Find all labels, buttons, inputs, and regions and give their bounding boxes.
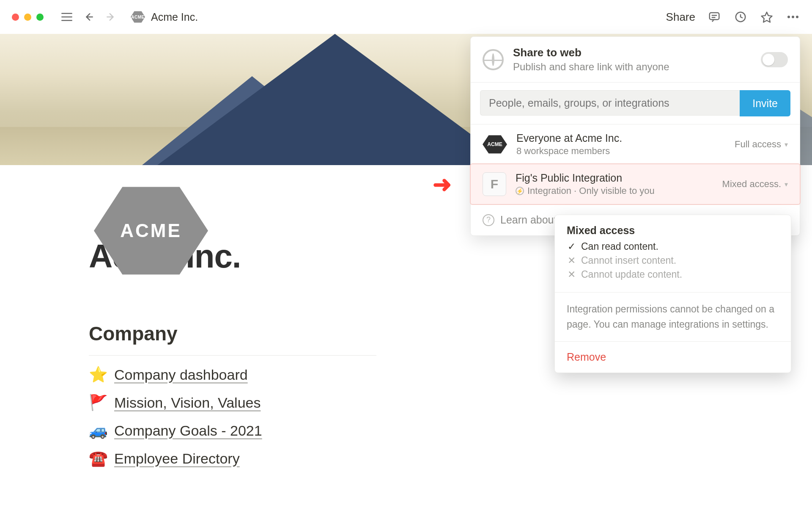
list-item[interactable]: 🚩 Mission, Vision, Values (89, 394, 812, 411)
integration-avatar-icon: F (483, 172, 506, 196)
chevron-down-icon: ▾ (785, 180, 788, 188)
titlebar: ACME Acme Inc. Share (0, 0, 812, 34)
svg-marker-9 (762, 12, 772, 22)
x-icon: ✕ (567, 255, 576, 266)
link-employee-directory[interactable]: Employee Directory (114, 450, 240, 467)
access-dropdown-everyone[interactable]: Full access ▾ (735, 139, 788, 150)
svg-point-10 (787, 16, 790, 18)
link-mission-vision-values[interactable]: Mission, Vision, Values (114, 395, 261, 411)
window-minimize-button[interactable] (24, 14, 31, 21)
globe-icon (483, 49, 504, 70)
share-entity-everyone: ACME Everyone at Acme Inc. 8 workspace m… (471, 124, 800, 164)
history-icon[interactable] (733, 10, 748, 24)
permission-heading: Mixed access (567, 224, 779, 237)
svg-point-11 (792, 16, 794, 18)
help-icon: ? (483, 214, 494, 226)
list-item[interactable]: 🚙 Company Goals - 2021 (89, 422, 812, 439)
entity-subtitle-text: Integration · Only visible to you (527, 185, 655, 196)
check-icon: ✓ (567, 241, 576, 252)
share-entity-integration-highlight: ➜ F Fig's Public Integration ⚡ Integrati… (470, 163, 801, 205)
permission-can-read: ✓ Can read content. (567, 241, 779, 252)
access-label: Full access (735, 139, 781, 150)
permission-note: Integration permissions cannot be change… (567, 302, 779, 332)
car-icon: 🚙 (89, 422, 107, 439)
access-dropdown-integration[interactable]: Mixed access. ▾ (722, 179, 788, 190)
chevron-down-icon: ▾ (785, 141, 788, 149)
share-to-web-row: Share to web Publish and share link with… (471, 37, 800, 82)
workspace-logo-icon: ACME (483, 134, 507, 155)
titlebar-left-controls: ACME Acme Inc. (60, 10, 198, 24)
invite-input[interactable] (480, 90, 740, 116)
permission-cannot-insert: ✕ Cannot insert content. (567, 255, 779, 266)
flag-icon: 🚩 (89, 394, 107, 411)
comments-icon[interactable] (707, 10, 721, 24)
section-divider (89, 355, 376, 356)
star-icon: ⭐ (89, 366, 107, 384)
share-to-web-subtitle: Publish and share link with anyone (513, 61, 752, 73)
more-menu-icon[interactable] (786, 10, 800, 24)
titlebar-right-controls: Share (666, 10, 800, 24)
share-to-web-toggle[interactable] (761, 52, 788, 67)
window-traffic-lights (12, 14, 44, 21)
permission-popover: Mixed access ✓ Can read content. ✕ Canno… (554, 215, 791, 373)
svg-rect-5 (710, 13, 719, 19)
window-close-button[interactable] (12, 14, 19, 21)
link-company-dashboard[interactable]: Company dashboard (114, 367, 248, 383)
page-mini-logo-icon: ACME (131, 11, 145, 23)
invite-row: Invite (471, 83, 800, 124)
x-icon: ✕ (567, 269, 576, 280)
invite-button[interactable]: Invite (740, 90, 790, 116)
callout-arrow-icon: ➜ (433, 171, 452, 198)
entity-subtitle: ⚡ Integration · Only visible to you (516, 185, 713, 196)
permission-text: Cannot insert content. (581, 255, 676, 266)
share-button[interactable]: Share (666, 11, 695, 24)
share-panel: Share to web Publish and share link with… (470, 36, 800, 236)
list-item[interactable]: ☎️ Employee Directory (89, 450, 812, 467)
link-company-goals[interactable]: Company Goals - 2021 (114, 422, 262, 439)
remove-integration-button[interactable]: Remove (567, 351, 779, 363)
breadcrumb-label: Acme Inc. (151, 11, 198, 23)
entity-title: Fig's Public Integration (516, 172, 713, 184)
window-zoom-button[interactable] (36, 14, 44, 21)
favorite-star-icon[interactable] (760, 10, 774, 24)
bolt-icon: ⚡ (516, 187, 524, 195)
share-to-web-title: Share to web (513, 46, 752, 59)
entity-subtitle: 8 workspace members (516, 146, 725, 157)
back-button-icon[interactable] (82, 10, 96, 24)
permission-text: Can read content. (581, 241, 658, 252)
svg-point-12 (796, 16, 798, 18)
access-label: Mixed access. (722, 179, 781, 190)
entity-title: Everyone at Acme Inc. (516, 132, 725, 144)
permission-cannot-update: ✕ Cannot update content. (567, 269, 779, 280)
page-link-list: ⭐ Company dashboard 🚩 Mission, Vision, V… (89, 366, 812, 467)
breadcrumb[interactable]: ACME Acme Inc. (131, 11, 198, 23)
forward-button-icon (104, 10, 118, 24)
phone-icon: ☎️ (89, 450, 107, 467)
sidebar-toggle-icon[interactable] (60, 10, 74, 24)
permission-text: Cannot update content. (581, 269, 682, 280)
